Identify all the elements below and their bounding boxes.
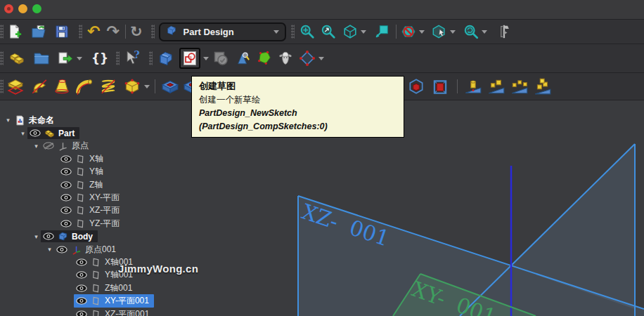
tree-item[interactable]: Z轴001 xyxy=(0,282,295,294)
clone-button[interactable] xyxy=(278,51,293,66)
modified-dot xyxy=(7,7,11,11)
visibility-eye-icon[interactable] xyxy=(60,181,72,189)
link-button[interactable] xyxy=(57,50,74,67)
isometric-view-button-caret[interactable] xyxy=(361,30,366,34)
tree-item[interactable]: XY-平面001 xyxy=(0,294,295,307)
visibility-eye-off-icon[interactable] xyxy=(43,142,54,150)
tree-item[interactable]: X轴 xyxy=(0,152,295,165)
additive-primitive-button[interactable] xyxy=(123,77,141,96)
visibility-eye-icon[interactable] xyxy=(76,271,87,279)
visibility-eye-icon[interactable] xyxy=(60,168,72,176)
refresh-button[interactable]: ↻ xyxy=(130,25,143,39)
create-datum-button-caret[interactable] xyxy=(318,57,324,60)
undo-button[interactable]: ↶ xyxy=(87,24,100,39)
visibility-eye-icon[interactable] xyxy=(43,232,54,240)
additive-primitive-button-caret[interactable] xyxy=(144,85,150,88)
macro-button[interactable]: {} xyxy=(91,53,108,65)
visibility-eye-icon[interactable] xyxy=(76,310,87,316)
box-selection-button[interactable] xyxy=(432,24,447,39)
linear-pattern-button[interactable] xyxy=(487,77,505,96)
create-sketch-button[interactable] xyxy=(181,50,198,67)
revolution-button[interactable] xyxy=(30,77,49,96)
clipping-plane-button-caret[interactable] xyxy=(419,30,425,34)
pad-button[interactable] xyxy=(6,77,25,96)
tree-item[interactable]: YZ-平面 xyxy=(0,217,295,230)
toolbar-drag-handle[interactable] xyxy=(0,25,4,39)
visibility-eye-icon[interactable] xyxy=(60,206,72,214)
tree-item-label: XY-平面001 xyxy=(105,295,149,307)
subtractive-primitive-button[interactable] xyxy=(407,77,425,96)
visibility-eye-icon[interactable] xyxy=(60,194,72,202)
close-button[interactable] xyxy=(4,4,13,13)
zoom-selection-button[interactable] xyxy=(321,24,336,39)
groove-button[interactable] xyxy=(431,77,449,96)
multitransform-icon xyxy=(534,77,552,96)
workbench-selector[interactable]: Part Design xyxy=(159,22,286,41)
tree-item[interactable]: ▾原点001 xyxy=(0,243,295,256)
visibility-eye-icon[interactable] xyxy=(60,155,72,163)
zoom-tools-button[interactable] xyxy=(463,24,479,39)
toolbar-drag-handle[interactable] xyxy=(151,25,155,39)
draw-style-button[interactable] xyxy=(374,24,389,39)
mirrored-button[interactable] xyxy=(464,77,482,96)
tree-item-content: Z轴001 xyxy=(74,282,137,295)
visibility-eye-icon[interactable] xyxy=(76,258,87,266)
tree-item[interactable]: ▾原点 xyxy=(0,140,295,152)
tree-item[interactable]: ▾Body xyxy=(0,230,295,243)
create-part-button[interactable] xyxy=(8,50,25,67)
visibility-eye-icon[interactable] xyxy=(60,220,72,228)
additive-loft-button[interactable] xyxy=(53,77,71,96)
tree-item-label: XY-平面 xyxy=(89,192,120,204)
link-button-caret[interactable] xyxy=(77,57,82,60)
workbench-selector-caret[interactable] xyxy=(273,30,279,34)
tree-expand-caret[interactable]: ▾ xyxy=(4,117,13,124)
whats-this-button[interactable]: ? xyxy=(124,50,141,67)
isometric-view-button[interactable] xyxy=(342,24,358,39)
save-document-button[interactable] xyxy=(54,24,70,39)
new-document-button[interactable] xyxy=(7,24,22,39)
tree-expand-caret[interactable]: ▾ xyxy=(32,143,41,150)
visibility-eye-icon[interactable] xyxy=(56,246,67,254)
measure-button[interactable] xyxy=(496,24,511,39)
map-sketch-button[interactable] xyxy=(236,51,251,66)
toolbar-drag-handle[interactable] xyxy=(291,25,295,39)
toolbar-drag-handle[interactable] xyxy=(149,51,153,65)
create-body-button[interactable] xyxy=(157,50,174,67)
title-bar[interactable] xyxy=(0,0,644,20)
additive-pipe-button[interactable] xyxy=(75,77,94,96)
toolbar-drag-handle[interactable] xyxy=(79,25,82,39)
create-sketch-button-caret[interactable] xyxy=(203,57,209,60)
tree-item[interactable]: Z轴 xyxy=(0,178,295,191)
tree-item[interactable]: XZ-平面001 xyxy=(0,308,295,316)
shapebinder-button[interactable] xyxy=(257,51,272,66)
additive-helix-button[interactable] xyxy=(99,77,117,96)
create-group-button[interactable] xyxy=(33,50,50,67)
toolbar-drag-handle[interactable] xyxy=(0,51,4,65)
create-datum-button[interactable] xyxy=(299,50,316,67)
toolbar-drag-handle[interactable] xyxy=(0,79,4,93)
toolbar-drag-handle[interactable] xyxy=(116,51,120,65)
box-selection-button-caret[interactable] xyxy=(450,30,456,34)
visibility-eye-icon[interactable] xyxy=(76,284,87,292)
fit-all-button[interactable] xyxy=(300,24,315,39)
tree-item[interactable]: XY-平面 xyxy=(0,191,295,204)
multitransform-button[interactable] xyxy=(534,77,552,96)
tree-expand-caret[interactable]: ▾ xyxy=(18,130,27,137)
zoom-button[interactable] xyxy=(32,4,41,13)
tree-item[interactable]: Y轴 xyxy=(0,166,295,178)
pocket-button[interactable] xyxy=(161,77,179,96)
visibility-eye-icon[interactable] xyxy=(76,297,87,305)
clipping-plane-button[interactable] xyxy=(401,24,416,39)
minimize-button[interactable] xyxy=(18,4,27,13)
redo-button[interactable]: ↷ xyxy=(106,24,119,39)
polar-pattern-button[interactable] xyxy=(510,77,529,96)
validate-sketch-button[interactable] xyxy=(212,50,229,67)
open-document-button[interactable] xyxy=(31,24,46,39)
tree-item[interactable]: XZ-平面 xyxy=(0,204,295,217)
revolution-icon xyxy=(30,77,49,96)
zoom-tools-button-caret[interactable] xyxy=(482,30,487,34)
tree-expand-caret[interactable]: ▾ xyxy=(32,233,41,240)
visibility-eye-icon[interactable] xyxy=(30,129,41,137)
tree-expand-caret[interactable]: ▾ xyxy=(45,246,54,253)
isometric-view-button-group xyxy=(342,24,366,39)
